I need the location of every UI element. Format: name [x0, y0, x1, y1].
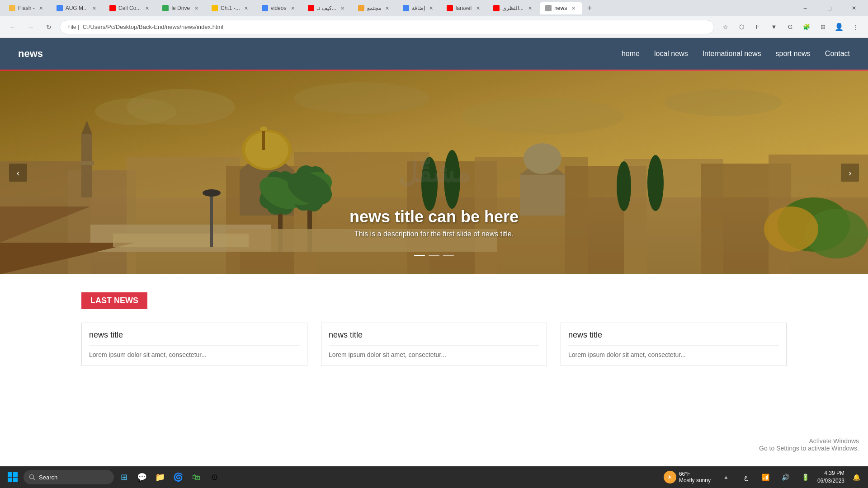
tab-label: news	[554, 5, 567, 11]
tab-favicon	[403, 5, 409, 11]
extensions-icon[interactable]: 🧩	[799, 20, 814, 34]
tab-close[interactable]: ✕	[243, 5, 250, 12]
menu-icon[interactable]: ⋮	[848, 20, 863, 34]
tab-label: إضافة	[412, 5, 425, 11]
tab-label: videos	[271, 5, 287, 11]
tab-close[interactable]: ✕	[90, 5, 98, 12]
wallet-icon[interactable]: ▼	[767, 20, 781, 34]
window-controls: – ◻ ✕	[795, 0, 864, 16]
tab-label: كيف تـ...	[317, 5, 336, 11]
reload-button[interactable]: ↻	[42, 20, 56, 34]
address-text: C:/Users/Pc/Desktop/Back-End/news/news/i…	[83, 23, 223, 30]
tab-favicon	[57, 5, 63, 11]
extension-icon[interactable]: ⬡	[734, 20, 749, 34]
nav-home[interactable]: home	[622, 50, 640, 58]
restore-button[interactable]: ◻	[819, 0, 840, 16]
tab-close[interactable]: ✕	[526, 5, 533, 12]
tab-label: Flash -	[18, 5, 35, 11]
tab-kaif[interactable]: كيف تـ... ✕	[302, 2, 351, 14]
tab-favicon	[308, 5, 314, 11]
tab-close[interactable]: ✕	[143, 5, 151, 12]
indicator-dot-2[interactable]	[429, 255, 439, 256]
address-prefix: File |	[67, 24, 79, 30]
navbar-brand: news	[18, 48, 43, 60]
sidebar-icon[interactable]: ⊞	[816, 20, 830, 34]
indicator-dot-1[interactable]	[414, 255, 425, 256]
account-icon[interactable]: 👤	[832, 20, 846, 34]
news-card-text-1: Lorem ipsum dolor sit amet, consectetur.…	[89, 351, 300, 358]
website-content: news home local news International news …	[0, 38, 868, 384]
main-content: LAST NEWS news title Lorem ipsum dolor s…	[0, 274, 868, 384]
hero-slider: مشقّل news title can be here This is a d…	[0, 71, 868, 274]
address-input[interactable]: File | C:/Users/Pc/Desktop/Back-End/news…	[60, 20, 714, 34]
tab-favicon	[212, 5, 218, 11]
tab-favicon	[545, 5, 552, 11]
tab-label: Cell Co...	[118, 5, 141, 11]
hero-caption: news title can be here This is a descrip…	[349, 207, 519, 238]
tab-bar: Flash - ✕ AUG M... ✕ Cell Co... ✕ le Dri…	[0, 0, 868, 16]
tab-laravel[interactable]: laravel ✕	[441, 2, 487, 14]
tab-label: laravel	[456, 5, 472, 11]
news-card-2: news title Lorem ipsum dolor sit amet, c…	[321, 323, 547, 366]
hero-overlay	[0, 71, 868, 274]
hero-indicators	[414, 255, 454, 256]
news-card-text-3: Lorem ipsum dolor sit amet, consectetur.…	[568, 351, 779, 358]
tab-favicon	[358, 5, 364, 11]
tab-close[interactable]: ✕	[339, 5, 346, 12]
forward-button[interactable]: →	[24, 20, 38, 34]
tab-news[interactable]: news ✕	[540, 2, 582, 14]
bookmark-star-icon[interactable]: ☆	[718, 20, 732, 34]
tab-label: مجتمع	[367, 5, 381, 11]
tab-label: النظري...	[502, 5, 524, 11]
close-button[interactable]: ✕	[844, 0, 864, 16]
hero-background: مشقّل	[0, 71, 868, 274]
tab-videos[interactable]: videos ✕	[256, 2, 302, 14]
news-card-title-2: news title	[329, 330, 539, 346]
tab-favicon	[447, 5, 453, 11]
tab-label: AUG M...	[66, 5, 88, 11]
new-tab-button[interactable]: +	[583, 2, 596, 14]
tab-close[interactable]: ✕	[570, 5, 577, 12]
tab-idafa[interactable]: إضافة ✕	[397, 2, 440, 14]
profile-icon[interactable]: F	[750, 20, 765, 34]
tab-favicon	[262, 5, 268, 11]
browser-window: Flash - ✕ AUG M... ✕ Cell Co... ✕ le Dri…	[0, 0, 868, 384]
tab-close[interactable]: ✕	[289, 5, 296, 12]
tab-label: Ch.1 -...	[221, 5, 240, 11]
nav-international-news[interactable]: International news	[703, 50, 761, 58]
tab-close[interactable]: ✕	[428, 5, 435, 12]
toolbar-icons: ☆ ⬡ F ▼ G 🧩 ⊞ 👤 ⋮	[718, 20, 863, 34]
news-card-3: news title Lorem ipsum dolor sit amet, c…	[561, 323, 787, 366]
tab-close[interactable]: ✕	[193, 5, 200, 12]
hero-prev-button[interactable]: ‹	[9, 164, 27, 182]
navbar: news home local news International news …	[0, 38, 868, 70]
hero-description: This is a description for the first slid…	[349, 230, 519, 238]
nav-local-news[interactable]: local news	[654, 50, 688, 58]
back-button[interactable]: ←	[5, 20, 20, 34]
tab-ch1[interactable]: Ch.1 -... ✕	[206, 2, 255, 14]
indicator-dot-3[interactable]	[443, 255, 454, 256]
minimize-button[interactable]: –	[795, 0, 816, 16]
tab-label: le Drive	[171, 5, 190, 11]
tab-flash[interactable]: Flash - ✕	[4, 2, 50, 14]
tab-close[interactable]: ✕	[384, 5, 391, 12]
tab-aug[interactable]: AUG M... ✕	[51, 2, 103, 14]
tab-cell[interactable]: Cell Co... ✕	[104, 2, 156, 14]
nav-sport-news[interactable]: sport news	[775, 50, 810, 58]
hero-next-button[interactable]: ›	[841, 164, 859, 182]
news-grid: news title Lorem ipsum dolor sit amet, c…	[81, 323, 787, 366]
news-card-text-2: Lorem ipsum dolor sit amet, consectetur.…	[329, 351, 539, 358]
news-card-title-1: news title	[89, 330, 300, 346]
tab-favicon	[109, 5, 116, 11]
tab-close[interactable]: ✕	[38, 5, 45, 12]
tab-drive[interactable]: le Drive ✕	[157, 2, 205, 14]
tab-mujtama[interactable]: مجتمع ✕	[353, 2, 396, 14]
tab-favicon	[493, 5, 500, 11]
tab-close[interactable]: ✕	[474, 5, 481, 12]
tab-nazari[interactable]: النظري... ✕	[488, 2, 539, 14]
navbar-nav: home local news International news sport…	[622, 50, 850, 58]
tab-favicon	[162, 5, 169, 11]
nav-contact[interactable]: Contact	[825, 50, 850, 58]
hero-title: news title can be here	[349, 207, 519, 226]
translate-icon[interactable]: G	[783, 20, 797, 34]
